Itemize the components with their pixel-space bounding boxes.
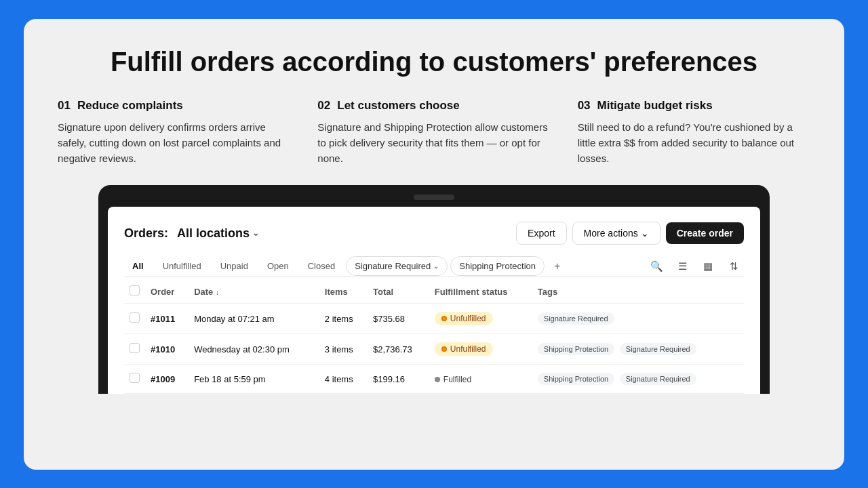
row-checkbox[interactable] (124, 365, 145, 394)
add-filter-button[interactable]: + (547, 256, 567, 277)
order-date: Monday at 07:21 am (189, 304, 319, 334)
order-tags: Signature Required (532, 304, 744, 334)
orders-table: Order Date ↓ Items Total Fulfillment sta… (124, 277, 744, 394)
tab-unpaid[interactable]: Unpaid (212, 256, 256, 277)
feature-2: 02 Let customers choose Signature and Sh… (317, 99, 550, 167)
order-items: 4 items (319, 365, 368, 394)
header-actions: Export More actions ⌄ Create order (516, 222, 744, 245)
create-order-button[interactable]: Create order (666, 222, 744, 244)
more-actions-button[interactable]: More actions ⌄ (572, 222, 660, 245)
order-items: 2 items (319, 304, 368, 334)
order-tags: Shipping Protection Signature Required (532, 334, 744, 365)
shipping-protection-filter-label: Shipping Protection (459, 261, 536, 271)
status-label: Fulfilled (443, 375, 471, 384)
feature-3-desc: Still need to do a refund? You're cushio… (578, 119, 810, 167)
order-number: #1011 (145, 304, 189, 334)
feature-2-num: 02 (317, 99, 330, 113)
page-headline: Fulfill orders according to customers' p… (58, 46, 810, 77)
status-label: Unfulfilled (450, 314, 486, 323)
feature-3-num: 03 (578, 99, 591, 113)
select-all-checkbox[interactable] (130, 285, 140, 296)
signature-filter-chevron-icon: ⌄ (433, 262, 439, 270)
tab-unfulfilled[interactable]: Unfulfilled (155, 256, 210, 277)
tab-bar-right: 🔍 ☰ ▦ ⇅ (646, 256, 744, 277)
tab-all[interactable]: All (124, 256, 152, 277)
row-checkbox[interactable] (124, 334, 145, 365)
table-row[interactable]: #1010 Wednesday at 02:30 pm 3 items $2,7… (124, 334, 744, 365)
tag-signature-required: Signature Required (538, 312, 614, 325)
order-items: 3 items (319, 334, 368, 365)
orders-header: Orders: All locations ⌄ Export More acti… (124, 222, 744, 245)
order-number: #1010 (145, 334, 189, 365)
laptop-screen: Orders: All locations ⌄ Export More acti… (108, 207, 760, 394)
feature-1-desc: Signature upon delivery confirms orders … (58, 119, 290, 167)
tab-closed[interactable]: Closed (300, 256, 343, 277)
col-order: Order (145, 277, 189, 304)
col-date: Date ↓ (189, 277, 319, 304)
features-section: 01 Reduce complaints Signature upon deli… (58, 99, 810, 167)
order-total: $735.68 (368, 304, 429, 334)
orders-label: Orders: (124, 226, 168, 241)
feature-1-title: Reduce complaints (77, 99, 183, 113)
sort-icon[interactable]: ⇅ (724, 256, 744, 277)
tag-shipping-protection: Shipping Protection (538, 343, 614, 355)
order-date: Feb 18 at 5:59 pm (189, 365, 319, 394)
order-tags: Shipping Protection Signature Required (532, 365, 744, 394)
feature-1: 01 Reduce complaints Signature upon deli… (58, 99, 290, 167)
location-label: All locations (177, 226, 250, 241)
more-actions-label: More actions (584, 228, 638, 239)
unfulfilled-dot-icon (441, 346, 447, 352)
order-status: Unfulfilled (429, 334, 532, 365)
laptop-notch (414, 195, 454, 200)
order-status: Fulfilled (429, 365, 532, 394)
export-button[interactable]: Export (516, 222, 566, 245)
col-items: Items (319, 277, 368, 304)
row-checkbox[interactable] (124, 304, 145, 334)
signature-filter[interactable]: Signature Required ⌄ (346, 256, 448, 276)
columns-icon[interactable]: ▦ (698, 256, 718, 277)
feature-2-desc: Signature and Shipping Protection allow … (317, 119, 550, 167)
search-icon[interactable]: 🔍 (646, 256, 667, 277)
order-total: $199.16 (368, 365, 429, 394)
signature-filter-label: Signature Required (355, 261, 431, 271)
table-row[interactable]: #1011 Monday at 07:21 am 2 items $735.68… (124, 304, 744, 334)
location-dropdown[interactable]: Orders: All locations ⌄ (124, 226, 259, 241)
tag-shipping-protection: Shipping Protection (538, 373, 614, 385)
feature-3-title: Mitigate budget risks (597, 99, 713, 113)
col-total: Total (368, 277, 429, 304)
tag-signature-required: Signature Required (620, 343, 696, 355)
tab-bar: All Unfulfilled Unpaid Open Closed Signa… (124, 256, 744, 277)
sort-date-icon: ↓ (216, 289, 219, 296)
col-tags: Tags (532, 277, 744, 304)
more-actions-chevron-icon: ⌄ (641, 228, 649, 239)
chevron-down-icon: ⌄ (252, 228, 259, 238)
status-label: Unfulfilled (450, 344, 486, 354)
order-date: Wednesday at 02:30 pm (189, 334, 319, 365)
laptop-frame: Orders: All locations ⌄ Export More acti… (98, 185, 770, 394)
laptop-wrap: Orders: All locations ⌄ Export More acti… (58, 185, 810, 469)
fulfilled-dot-icon (435, 377, 440, 382)
order-number: #1009 (145, 365, 189, 394)
order-total: $2,736.73 (368, 334, 429, 365)
col-fulfillment: Fulfillment status (429, 277, 532, 304)
tag-signature-required: Signature Required (620, 373, 696, 385)
shipping-protection-filter[interactable]: Shipping Protection (450, 256, 545, 276)
select-all-header (124, 277, 145, 304)
order-status: Unfulfilled (429, 304, 532, 334)
main-card: Fulfill orders according to customers' p… (24, 19, 844, 470)
feature-3: 03 Mitigate budget risks Still need to d… (578, 99, 810, 167)
tab-open[interactable]: Open (259, 256, 297, 277)
feature-1-num: 01 (58, 99, 71, 113)
unfulfilled-dot-icon (441, 316, 447, 321)
feature-2-title: Let customers choose (337, 99, 459, 113)
filter-icon[interactable]: ☰ (672, 256, 692, 277)
table-row[interactable]: #1009 Feb 18 at 5:59 pm 4 items $199.16 … (124, 365, 744, 394)
